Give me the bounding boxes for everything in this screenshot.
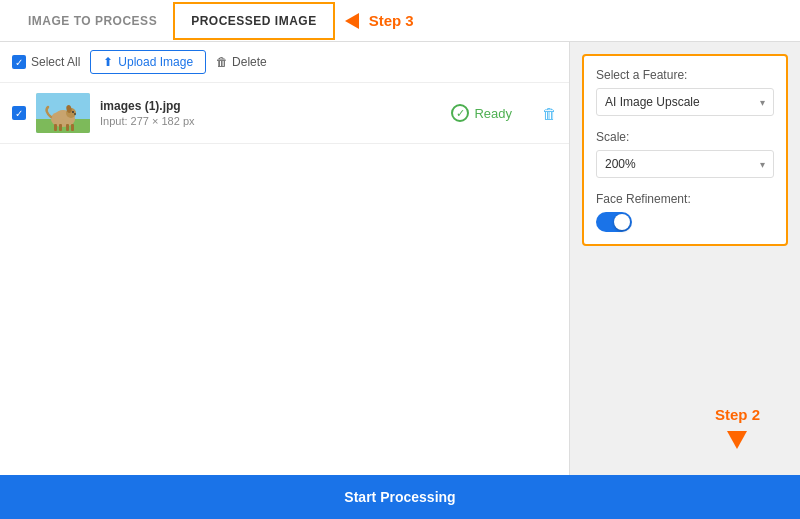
file-info: images (1).jpg Input: 277 × 182 px xyxy=(100,99,441,127)
row-delete-icon[interactable]: 🗑 xyxy=(542,105,557,122)
delete-button[interactable]: 🗑 Delete xyxy=(216,55,267,69)
step2-annotation: Step 2 xyxy=(715,406,760,449)
start-processing-button[interactable]: Start Processing xyxy=(0,475,800,519)
scale-label: Scale: xyxy=(596,130,774,144)
chevron-down-icon: ▾ xyxy=(760,97,765,108)
feature-value: AI Image Upscale xyxy=(605,95,700,109)
tab-processed-image[interactable]: PROCESSED IMAGE xyxy=(173,2,335,40)
step3-label: Step 3 xyxy=(369,12,414,29)
scale-group: Scale: 200% ▾ xyxy=(596,130,774,178)
checkbox-icon: ✓ xyxy=(12,55,26,69)
face-label: Face Refinement: xyxy=(596,192,774,206)
table-row: ✓ xyxy=(0,83,569,144)
check-icon: ✓ xyxy=(15,57,23,68)
feature-label: Select a Feature: xyxy=(596,68,774,82)
delete-icon: 🗑 xyxy=(216,55,228,69)
tab-image-to-process[interactable]: IMAGE TO PROCESS xyxy=(12,4,173,38)
svg-rect-6 xyxy=(54,124,57,131)
upload-label: Upload Image xyxy=(118,55,193,69)
file-status: ✓ Ready xyxy=(451,104,512,122)
feature-dropdown[interactable]: AI Image Upscale ▾ xyxy=(596,88,774,116)
scale-dropdown[interactable]: 200% ▾ xyxy=(596,150,774,178)
file-meta: Input: 277 × 182 px xyxy=(100,115,441,127)
svg-rect-9 xyxy=(71,124,74,131)
file-thumbnail xyxy=(36,93,90,133)
select-all-checkbox[interactable]: ✓ Select All xyxy=(12,55,80,69)
svg-point-10 xyxy=(72,111,74,113)
face-group: Face Refinement: xyxy=(596,192,774,232)
step3-annotation: Step 3 xyxy=(345,12,414,29)
file-name: images (1).jpg xyxy=(100,99,441,113)
status-icon: ✓ xyxy=(451,104,469,122)
settings-box: Select a Feature: AI Image Upscale ▾ Sca… xyxy=(582,54,788,246)
delete-label: Delete xyxy=(232,55,267,69)
arrow-icon xyxy=(345,13,359,29)
right-panel: Select a Feature: AI Image Upscale ▾ Sca… xyxy=(570,42,800,519)
left-panel: ✓ Select All ⬆ Upload Image 🗑 Delete ✓ xyxy=(0,42,570,519)
chevron-down-icon-2: ▾ xyxy=(760,159,765,170)
toolbar: ✓ Select All ⬆ Upload Image 🗑 Delete xyxy=(0,42,569,83)
upload-button[interactable]: ⬆ Upload Image xyxy=(90,50,206,74)
feature-group: Select a Feature: AI Image Upscale ▾ xyxy=(596,68,774,116)
svg-rect-7 xyxy=(59,124,62,131)
step2-label: Step 2 xyxy=(715,406,760,423)
toggle-knob xyxy=(614,214,630,230)
upload-icon: ⬆ xyxy=(103,55,113,69)
row-checkbox[interactable]: ✓ xyxy=(12,106,26,120)
tabs-bar: IMAGE TO PROCESS PROCESSED IMAGE Step 3 xyxy=(0,0,800,42)
select-all-label: Select All xyxy=(31,55,80,69)
face-toggle-container xyxy=(596,212,774,232)
file-list: ✓ xyxy=(0,83,569,488)
scale-value: 200% xyxy=(605,157,636,171)
face-toggle[interactable] xyxy=(596,212,632,232)
status-label: Ready xyxy=(474,106,512,121)
svg-rect-8 xyxy=(66,124,69,131)
row-check-icon: ✓ xyxy=(15,108,23,119)
step2-arrow-icon xyxy=(727,431,747,449)
svg-point-11 xyxy=(74,113,76,115)
